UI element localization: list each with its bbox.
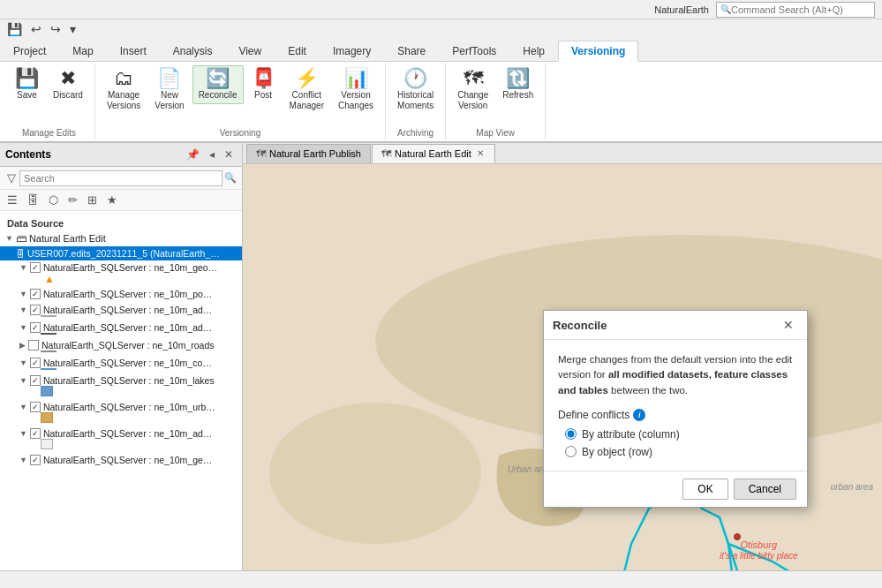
pencil-icon[interactable]: ✏ <box>64 192 81 208</box>
tab-versioning[interactable]: Versioning <box>558 41 638 62</box>
warning-icon: ▲ <box>44 273 55 285</box>
layer-line-5 <box>41 351 57 352</box>
sidebar-header: Contents 📌 ◂ ✕ <box>0 143 242 167</box>
manage-versions-button[interactable]: 🗂 ManageVersions <box>101 65 147 115</box>
info-icon[interactable]: i <box>633 409 645 421</box>
qat-redo[interactable]: ↪ <box>47 20 64 38</box>
layer-lakes[interactable]: ▼ NaturalEarth_SQLServer : ne_10m_lakes <box>0 373 242 388</box>
layer-admin1-stat2[interactable]: ▼ NaturalEarth_SQLServer : ne_10m_admin_… <box>0 426 242 441</box>
tab-view[interactable]: View <box>225 40 275 61</box>
radio-by-object[interactable]: By object (row) <box>565 446 793 458</box>
layer-checkbox-5[interactable] <box>28 340 39 351</box>
conflict-manager-label: ConflictManager <box>290 90 324 111</box>
radio-object-input[interactable] <box>565 446 577 457</box>
layer-checkbox-7[interactable] <box>30 375 41 386</box>
map-area[interactable]: Urban area urban area Otisburg it's a li… <box>243 164 882 570</box>
qat-dropdown[interactable]: ▾ <box>66 20 79 38</box>
database-icon[interactable]: 🗄 <box>24 192 42 208</box>
tab-analysis[interactable]: Analysis <box>160 40 226 61</box>
version-changes-icon: 📊 <box>344 69 368 88</box>
radio-attribute-label: By attribute (column) <box>582 428 680 441</box>
layer-roads[interactable]: ▶ NaturalEarth_SQLServer : ne_10m_roads <box>0 338 242 352</box>
layer-checkbox-8[interactable] <box>30 402 41 412</box>
save-button[interactable]: 💾 Save <box>9 65 45 104</box>
change-version-button[interactable]: 🗺 ChangeVersion <box>451 65 494 115</box>
star-icon[interactable]: ★ <box>103 192 121 208</box>
filter-icon[interactable]: ▽ <box>4 170 19 186</box>
qat-undo[interactable]: ↩ <box>27 20 45 38</box>
conflict-radio-group: By attribute (column) By object (row) <box>558 428 793 458</box>
parent-layer-item[interactable]: ▼ 🗃 Natural Earth Edit <box>0 230 242 246</box>
edit-tab-close[interactable]: ✕ <box>475 147 486 159</box>
tab-map[interactable]: Map <box>59 40 106 61</box>
list-view-btn[interactable]: ☰ <box>4 192 21 208</box>
historical-moments-label: HistoricalMoments <box>397 90 433 111</box>
tab-natural-earth-publish[interactable]: 🗺 Natural Earth Publish <box>246 144 371 163</box>
sidebar-arrow-btn[interactable]: ◂ <box>206 147 218 162</box>
table-icon[interactable]: ⊞ <box>84 192 101 208</box>
refresh-icon: 🔃 <box>506 69 530 88</box>
polygon-icon[interactable]: ⬡ <box>45 192 62 208</box>
change-version-label: ChangeVersion <box>457 90 488 111</box>
archiving-group-label: Archiving <box>397 125 433 138</box>
layer-coastline[interactable]: ▼ NaturalEarth_SQLServer : ne_10m_coastl… <box>0 356 242 370</box>
tab-natural-earth-edit[interactable]: 🗺 Natural Earth Edit ✕ <box>372 144 495 163</box>
conflict-manager-button[interactable]: ⚡ ConflictManager <box>283 65 330 115</box>
refresh-button[interactable]: 🔃 Refresh <box>496 65 539 104</box>
cancel-button[interactable]: Cancel <box>734 479 796 500</box>
layer-populated-pl[interactable]: ▼ NaturalEarth_SQLServer : ne_10m_popula… <box>0 287 242 301</box>
expand-icon-8: ▼ <box>19 403 27 411</box>
conflict-manager-icon: ⚡ <box>295 69 319 88</box>
dialog-close-button[interactable]: ✕ <box>779 316 798 334</box>
command-search-input[interactable] <box>731 4 871 15</box>
map-view-group-label: Map View <box>476 125 515 138</box>
title-bar: NaturalEarth 🔍 <box>0 0 882 19</box>
version-changes-button[interactable]: 📊 VersionChanges <box>332 65 380 115</box>
layer-urban-areas[interactable]: ▼ NaturalEarth_SQLServer : ne_10m_urban_… <box>0 400 242 414</box>
new-version-button[interactable]: 📄 NewVersion <box>148 65 190 115</box>
save-icon: 💾 <box>15 69 39 88</box>
layer-geography-r[interactable]: ▼ NaturalEarth_SQLServer : ne_10m_geogra… <box>0 260 242 287</box>
tab-perftools[interactable]: PerfTools <box>439 40 509 61</box>
layer-admin0-bo[interactable]: ▼ NaturalEarth_SQLServer : ne_10m_admin_… <box>0 320 242 335</box>
version-layer-item[interactable]: 🗄 USER007.edits_20231211_5 (NaturalEarth… <box>0 246 242 260</box>
layer-checkbox-2[interactable] <box>30 289 41 299</box>
app-window: NaturalEarth 🔍 💾 ↩ ↪ ▾ Project Map Inser… <box>0 0 882 588</box>
tab-edit[interactable]: Edit <box>275 40 320 61</box>
layer-checkbox-3[interactable] <box>30 305 41 315</box>
historical-moments-icon: 🕐 <box>403 69 427 88</box>
sidebar-pin-btn[interactable]: 📌 <box>183 147 203 162</box>
qat-save[interactable]: 💾 <box>4 20 26 38</box>
layer-checkbox-6[interactable] <box>30 358 41 368</box>
ribbon: 💾 ↩ ↪ ▾ Project Map Insert Analysis View… <box>0 19 882 143</box>
reconcile-icon: 🔄 <box>206 69 230 88</box>
search-icon: 🔍 <box>222 172 238 184</box>
tab-project[interactable]: Project <box>0 40 59 61</box>
reconcile-button[interactable]: 🔄 Reconcile <box>192 65 244 104</box>
tab-share[interactable]: Share <box>384 40 439 61</box>
tab-help[interactable]: Help <box>509 40 558 61</box>
layer-admin1-stat[interactable]: ▼ NaturalEarth_SQLServer : ne_10m_admin_… <box>0 303 242 317</box>
post-button[interactable]: 📮 Post <box>245 65 282 104</box>
radio-attribute-input[interactable] <box>565 428 577 440</box>
ribbon-content: 💾 Save ✖ Discard Manage Edits 🗂 ManageVe… <box>0 62 882 141</box>
search-icon: 🔍 <box>720 4 731 14</box>
command-search-box[interactable]: 🔍 <box>716 2 875 18</box>
radio-by-attribute[interactable]: By attribute (column) <box>565 428 793 441</box>
layer-checkbox-1[interactable] <box>30 262 41 273</box>
layer-checkbox-4[interactable] <box>30 322 41 333</box>
sidebar-search-input[interactable] <box>19 170 222 186</box>
tab-insert[interactable]: Insert <box>107 40 160 61</box>
content-area: Contents 📌 ◂ ✕ ▽ 🔍 ☰ 🗄 ⬡ ✏ ⊞ ★ <box>0 143 882 570</box>
layer-geography-2[interactable]: ▼ NaturalEarth_SQLServer : ne_10m_geogra… <box>0 453 242 467</box>
manage-versions-icon: 🗂 <box>114 69 133 88</box>
sidebar-close-btn[interactable]: ✕ <box>221 147 237 162</box>
ok-button[interactable]: OK <box>682 479 727 500</box>
historical-moments-button[interactable]: 🕐 HistoricalMoments <box>391 65 440 115</box>
app-title: NaturalEarth <box>654 4 709 15</box>
layer-checkbox-10[interactable] <box>30 455 41 465</box>
expand-icon-9: ▼ <box>19 429 27 438</box>
tab-imagery[interactable]: Imagery <box>320 40 384 61</box>
layer-checkbox-9[interactable] <box>30 428 41 439</box>
discard-button[interactable]: ✖ Discard <box>47 65 89 104</box>
